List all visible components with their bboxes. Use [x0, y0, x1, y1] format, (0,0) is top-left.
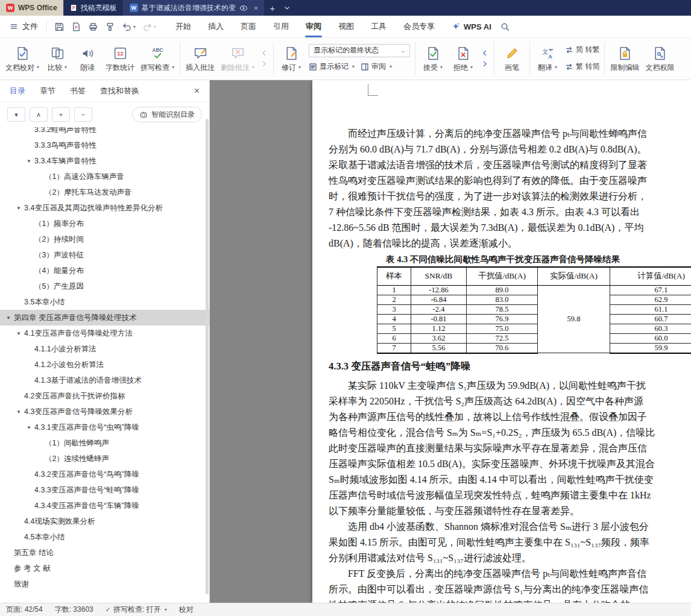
toc-item[interactable]: （2）摩托车马达发动声音: [0, 184, 209, 200]
smart-toc-button[interactable]: 智能识别目录: [132, 107, 202, 122]
toc-item[interactable]: ▼4.3.1变压器声音信号“虫鸣”降噪: [0, 420, 209, 435]
toc-item[interactable]: 4.3.2变压器声音信号“鸟鸣”降噪: [0, 467, 209, 482]
word-count-button[interactable]: 12 字数统计: [103, 40, 137, 77]
simplified-to-traditional-button[interactable]: 简 转繁: [565, 44, 599, 56]
results-table[interactable]: 样本SNR/dB干扰值/dB(A)实际值/dB(A)计算值/dB(A)1-12.…: [377, 266, 691, 354]
menu-tab[interactable]: 视图: [330, 16, 362, 37]
toc-item[interactable]: （2）连续性蟋蟀声: [0, 451, 209, 467]
toc-item[interactable]: 3.5本章小结: [0, 294, 209, 310]
file-menu-button[interactable]: 文件: [6, 21, 42, 32]
toc-item[interactable]: ▼3.3.4车辆声音特性: [0, 153, 209, 169]
toc-item[interactable]: 致谢: [0, 576, 209, 592]
toc-item[interactable]: （3）声波特征: [0, 247, 209, 263]
reject-button[interactable]: 拒绝▾: [448, 40, 478, 77]
toc-item[interactable]: ▼4.1变压器声音信号降噪处理方法: [0, 325, 209, 341]
wps-ai-button[interactable]: WPS AI: [452, 22, 491, 31]
save-button[interactable]: [52, 19, 67, 34]
review-pane-button[interactable]: 审阅▾: [361, 61, 392, 73]
menu-tab[interactable]: 引用: [265, 16, 297, 37]
toc-item[interactable]: （1）高速公路车辆声音: [0, 169, 209, 184]
output-pdf-button[interactable]: P: [69, 19, 84, 34]
doc-permission-button[interactable]: 文档权限: [642, 40, 677, 77]
toc-item[interactable]: ▼4.3变压器声音信号降噪效果分析: [0, 404, 209, 420]
document-edit-area[interactable]: 而经过声压级计算，分离后的纯净变压器噪声信号 pₜ与间歇性蝉鸣声信分别为 60.…: [312, 80, 691, 603]
toc-item[interactable]: 4.1.1小波分析算法: [0, 341, 209, 357]
toc-item[interactable]: 4.4现场实测效果分析: [0, 514, 209, 529]
toc-item[interactable]: 4.1.2小波包分析算法: [0, 357, 209, 372]
redo-button[interactable]: ▾: [140, 19, 159, 34]
tab-list-chevron-icon[interactable]: [280, 0, 294, 16]
translate-button[interactable]: 文A 翻译▾: [532, 40, 563, 77]
next-comment-button[interactable]: [259, 59, 270, 68]
menu-tab[interactable]: 工具: [362, 16, 395, 37]
sidebar-scrollbar[interactable]: [206, 119, 209, 594]
sidebar-tab-contents[interactable]: 目录: [10, 86, 25, 96]
format-painter-button[interactable]: [103, 19, 118, 34]
toc-collapse-triangle-icon[interactable]: ▼: [27, 159, 34, 164]
previous-change-button[interactable]: [479, 48, 490, 57]
track-changes-button[interactable]: 修订▾: [276, 40, 306, 77]
toc-collapse-triangle-icon[interactable]: ▼: [16, 409, 24, 415]
toc-item[interactable]: 4.2变压器声音抗干扰评价指标: [0, 388, 209, 404]
toc-expand-button[interactable]: +: [52, 107, 70, 122]
tab-current-document[interactable]: W 基于谱减法语音增强技术的变 ×: [123, 0, 265, 16]
toc-item[interactable]: ▼第四章 变压器声音信号降噪处理技术: [0, 310, 209, 325]
toc-item[interactable]: （1）间歇性蝉鸣声: [0, 435, 209, 451]
toc-item[interactable]: 4.3.4变压器声音信号“车辆”降噪: [0, 498, 209, 514]
menu-tab[interactable]: 审阅: [297, 16, 330, 37]
pen-button[interactable]: 画笔: [497, 40, 527, 77]
traditional-to-simplified-button[interactable]: 繁 转简: [565, 61, 599, 73]
menu-tab[interactable]: 插入: [200, 16, 232, 37]
markup-state-dropdown[interactable]: 显示标记的最终状态 ⌄: [309, 44, 410, 57]
restrict-edit-button[interactable]: 限制编辑: [607, 40, 642, 77]
show-markup-button[interactable]: 显示标记▾: [309, 61, 355, 73]
toc-item[interactable]: 4.1.3基于谱减法的语音增强技术: [0, 372, 209, 388]
search-button[interactable]: [500, 22, 510, 32]
next-change-button[interactable]: [479, 59, 490, 68]
previous-comment-button[interactable]: [259, 48, 270, 57]
tab-template-doc[interactable]: 找稿亮模板: [63, 0, 123, 16]
toc-item[interactable]: ▼3.4变压器及其周边扰噪声特性差异化分析: [0, 200, 209, 216]
accept-button[interactable]: 接受▾: [418, 40, 448, 77]
tab-wps-home[interactable]: W WPS Office: [0, 0, 63, 16]
toc-collapse-all-button[interactable]: ∧: [30, 107, 48, 122]
toc-collapse-button[interactable]: −: [74, 107, 92, 122]
toc-item[interactable]: （4）能量分布: [0, 263, 209, 278]
toc-collapse-triangle-icon[interactable]: ▼: [27, 425, 34, 430]
menu-tab[interactable]: 会员专享: [395, 16, 443, 37]
close-sidebar-icon[interactable]: ×: [194, 86, 200, 96]
sidebar-tab-find-replace[interactable]: 查找和替换: [100, 86, 139, 96]
toc-collapse-triangle-icon[interactable]: ▼: [16, 331, 24, 336]
toc-item[interactable]: 第五章 结论: [0, 545, 209, 561]
insert-comment-button[interactable]: 插入批注: [183, 40, 218, 77]
table-cell: 5.56: [411, 343, 467, 353]
toc-item[interactable]: （2）持续时间: [0, 231, 209, 247]
menu-tab[interactable]: 页面: [232, 16, 265, 37]
toc-level-dropdown[interactable]: ▾: [7, 107, 25, 122]
delete-comment-button[interactable]: 删除批注▾: [218, 40, 257, 77]
toc-item[interactable]: 参 考 文 献: [0, 561, 209, 576]
preview-eye-icon[interactable]: [239, 5, 248, 11]
toc-item[interactable]: 4.5本章小结: [0, 529, 209, 545]
toc-item[interactable]: 3.3.3鸟鸣声音特性: [0, 137, 209, 153]
spellcheck-status[interactable]: ✓ 拼写检查: 打开 ▾: [106, 605, 167, 615]
close-tab-icon[interactable]: ×: [254, 4, 259, 13]
sidebar-tab-chapters[interactable]: 章节: [40, 86, 55, 96]
new-tab-button[interactable]: +: [264, 0, 280, 16]
menu-tab[interactable]: 开始: [167, 16, 200, 37]
toc-item[interactable]: 4.3.3变压器声音信号“蛙鸣”降噪: [0, 482, 209, 498]
proofread-button[interactable]: 文档校对▾: [2, 40, 42, 77]
toc-collapse-triangle-icon[interactable]: ▼: [6, 315, 14, 321]
read-aloud-button[interactable]: 朗读: [72, 40, 103, 77]
sidebar-tab-bookmarks[interactable]: 书签: [70, 86, 86, 96]
print-button[interactable]: [86, 19, 101, 34]
tab-label: WPS Office: [18, 4, 57, 12]
spellcheck-button[interactable]: ABC 拼写检查▾: [137, 40, 177, 77]
toc-item[interactable]: （5）产生原因: [0, 278, 209, 294]
toc-item[interactable]: 3.3.2蛙鸣声音特性: [0, 127, 209, 137]
undo-button[interactable]: ▾: [119, 19, 138, 34]
proofread-status-button[interactable]: 校对: [179, 605, 194, 615]
compare-button[interactable]: 比较▾: [42, 40, 72, 77]
toc-item[interactable]: （1）频率分布: [0, 216, 209, 231]
toc-collapse-triangle-icon[interactable]: ▼: [16, 206, 24, 211]
